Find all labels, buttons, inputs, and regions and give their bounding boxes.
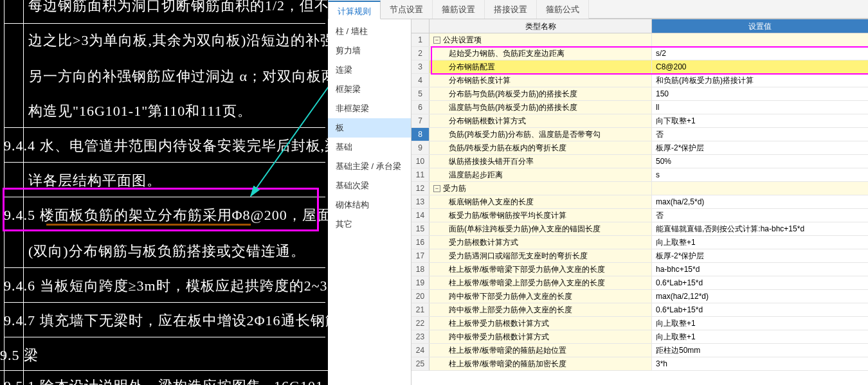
grid-data-row[interactable]: 7分布钢筋根数计算方式向下取整+1 xyxy=(411,114,868,128)
row-number: 6 xyxy=(411,101,429,114)
category-sidebar: 柱 / 墙柱剪力墙连梁框架梁非框架梁板基础基础主梁 / 承台梁基础次梁砌体结构其… xyxy=(328,19,411,385)
group-label: 受力筋 xyxy=(443,182,466,195)
row-name-cell: 受力筋根数计算方式 xyxy=(429,236,652,249)
row-number: 4 xyxy=(411,74,429,87)
grid-data-row[interactable]: 21跨中板带上部受力筋伸入支座的长度0.6*Lab+15*d xyxy=(411,303,868,317)
row-value-cell[interactable]: 向上取整+1 xyxy=(652,330,868,343)
collapse-toggle-icon[interactable]: − xyxy=(433,185,440,192)
row-name-cell: 纵筋搭接接头错开百分率 xyxy=(429,155,652,168)
sidebar-item-slab[interactable]: 板 xyxy=(328,118,411,138)
grid-data-row[interactable]: 23跨中板带受力筋根数计算方式向上取整+1 xyxy=(411,330,868,344)
grid-data-row[interactable]: 8负筋(跨板受力筋)分布筋、温度筋是否带弯勾否 xyxy=(411,128,868,141)
tab-calc[interactable]: 计算规则 xyxy=(328,1,381,19)
row-number: 3 xyxy=(411,60,429,73)
sidebar-item-sw[interactable]: 剪力墙 xyxy=(328,41,411,60)
collapse-toggle-icon[interactable]: − xyxy=(433,37,440,44)
sidebar-item-fb[interactable]: 框架梁 xyxy=(328,80,411,99)
row-value-cell xyxy=(652,33,868,46)
row-name-cell: 柱上板带/板带暗梁的箍筋加密长度 xyxy=(429,357,652,370)
row-value-cell[interactable]: max(ha/2,5*d) xyxy=(652,195,868,208)
row-value-cell[interactable]: s xyxy=(652,168,868,181)
row-value-cell[interactable]: 向下取整+1 xyxy=(652,114,868,127)
row-value-cell[interactable]: 0.6*Lab+15*d xyxy=(652,303,868,316)
grid-data-row[interactable]: 11温度筋起步距离s xyxy=(411,168,868,182)
sidebar-item-fnd[interactable]: 基础 xyxy=(328,138,411,157)
grid-data-row[interactable]: 24柱上板带/板带暗梁的箍筋起始位置距柱边50mm xyxy=(411,344,868,357)
row-number: 16 xyxy=(411,236,429,249)
grid-data-row[interactable]: 9负筋/跨板受力筋在板内的弯折长度板厚-2*保护层 xyxy=(411,141,868,155)
row-value-cell[interactable]: 板厚-2*保护层 xyxy=(652,249,868,262)
grid-data-row[interactable]: 19柱上板带/板带暗梁上部受力筋伸入支座的长度0.6*Lab+15*d xyxy=(411,276,868,290)
grid-data-row[interactable]: 2起始受力钢筋、负筋距支座边距离s/2 xyxy=(411,47,868,60)
sidebar-item-cb[interactable]: 连梁 xyxy=(328,60,411,80)
row-value-cell[interactable]: 和负筋(跨板受力筋)搭接计算 xyxy=(652,74,868,87)
row-name-cell: 分布钢筋根数计算方式 xyxy=(429,114,652,127)
row-value-cell[interactable]: 距柱边50mm xyxy=(652,344,868,357)
grid-data-row[interactable]: 4分布钢筋长度计算和负筋(跨板受力筋)搭接计算 xyxy=(411,74,868,87)
sidebar-item-gb[interactable]: 基础主梁 / 承台梁 xyxy=(328,157,411,176)
cad-text-line: 另一方向的补强钢筋应伸过洞边 α；对双向板两方向的补强钢筋 xyxy=(28,67,328,86)
row-value-cell[interactable]: 板厚-2*保护层 xyxy=(652,141,868,154)
cad-text-line: 构造见"16G101-1"第110和111页。 xyxy=(28,102,252,121)
row-number: 8 xyxy=(411,128,429,141)
row-value-cell[interactable]: 否 xyxy=(652,128,868,141)
row-value-cell[interactable]: 50% xyxy=(652,155,868,168)
cad-text-line: 9.4.7 填充墙下无梁时，应在板中增设2Φ16通长钢筋(置于板底) xyxy=(4,311,328,330)
row-value-cell[interactable]: C8@200 xyxy=(652,60,868,73)
row-value-cell[interactable]: s/2 xyxy=(652,47,868,60)
grid-header: 类型名称 设置值 xyxy=(411,19,868,33)
svg-line-0 xyxy=(251,69,328,196)
sidebar-item-mas[interactable]: 砌体结构 xyxy=(328,195,411,215)
tab-form[interactable]: 箍筋公式 xyxy=(537,0,589,19)
row-value-cell[interactable]: ll xyxy=(652,101,868,114)
grid-data-row[interactable]: 15面筋(单标注跨板受力筋)伸入支座的锚固长度能直锚就直锚,否则按公式计算:ha… xyxy=(411,222,868,236)
grid-data-row[interactable]: 17受力筋遇洞口或端部无支座时的弯折长度板厚-2*保护层 xyxy=(411,249,868,263)
tab-node[interactable]: 节点设置 xyxy=(381,0,433,19)
row-value-cell[interactable]: 否 xyxy=(652,209,868,222)
row-value-cell[interactable]: 向上取整+1 xyxy=(652,236,868,249)
grid-data-row[interactable]: 13板底钢筋伸入支座的长度max(ha/2,5*d) xyxy=(411,195,868,209)
grid-group-row[interactable]: 1−公共设置项 xyxy=(411,33,868,47)
grid-data-row[interactable]: 20跨中板带下部受力筋伸入支座的长度max(ha/2,12*d) xyxy=(411,290,868,303)
grid-data-row[interactable]: 22柱上板带受力筋根数计算方式向上取整+1 xyxy=(411,317,868,330)
row-value-cell[interactable]: 150 xyxy=(652,87,868,100)
row-name-cell: 板底钢筋伸入支座的长度 xyxy=(429,195,652,208)
sidebar-item-nfb[interactable]: 非框架梁 xyxy=(328,99,411,118)
sidebar-item-col[interactable]: 柱 / 墙柱 xyxy=(328,22,411,41)
row-name-cell: −受力筋 xyxy=(429,182,652,195)
tab-lap[interactable]: 搭接设置 xyxy=(485,0,537,19)
row-name-cell: 跨中板带受力筋根数计算方式 xyxy=(429,330,652,343)
grid-data-row[interactable]: 6温度筋与负筋(跨板受力筋)的搭接长度ll xyxy=(411,101,868,114)
sidebar-item-gb2[interactable]: 基础次梁 xyxy=(328,176,411,195)
row-value-cell[interactable]: 3*h xyxy=(652,357,868,370)
row-value-cell[interactable]: 能直锚就直锚,否则按公式计算:ha-bhc+15*d xyxy=(652,222,868,235)
grid-data-row[interactable]: 16受力筋根数计算方式向上取整+1 xyxy=(411,236,868,249)
row-value-cell[interactable]: max(ha/2,12*d) xyxy=(652,290,868,303)
grid-data-row[interactable]: 25柱上板带/板带暗梁的箍筋加密长度3*h xyxy=(411,357,868,371)
cad-text-line: 9.4.6 当板短向跨度≥3m时，模板应起拱跨度的2~3‰。 xyxy=(4,276,328,296)
grid-data-row[interactable]: 5分布筋与负筋(跨板受力筋)的搭接长度150 xyxy=(411,87,868,101)
row-name-cell: 分布筋与负筋(跨板受力筋)的搭接长度 xyxy=(429,87,652,100)
row-number: 18 xyxy=(411,263,429,276)
cad-text-line: 9.4.4 水、电管道井范围内待设备安装完毕后封板,梁(墙)中预留 xyxy=(4,136,328,156)
row-number: 2 xyxy=(411,47,429,60)
row-value-cell[interactable]: 向上取整+1 xyxy=(652,317,868,330)
row-name-cell: −公共设置项 xyxy=(429,33,652,46)
row-value-cell[interactable]: 0.6*Lab+15*d xyxy=(652,276,868,289)
row-number: 15 xyxy=(411,222,429,235)
row-value-cell[interactable]: ha-bhc+15*d xyxy=(652,263,868,276)
grid-group-row[interactable]: 12−受力筋 xyxy=(411,182,868,195)
row-name-cell: 柱上板带受力筋根数计算方式 xyxy=(429,317,652,330)
grid-data-row[interactable]: 3分布钢筋配置C8@200 xyxy=(411,60,868,74)
grid-data-row[interactable]: 10纵筋搭接接头错开百分率50% xyxy=(411,155,868,168)
row-number: 12 xyxy=(411,182,429,195)
grid-data-row[interactable]: 18柱上板带/板带暗梁下部受力筋伸入支座的长度ha-bhc+15*d xyxy=(411,263,868,276)
row-name-cell: 板受力筋/板带钢筋按平均长度计算 xyxy=(429,209,652,222)
row-number: 7 xyxy=(411,114,429,127)
row-number: 5 xyxy=(411,87,429,100)
settings-panel: 计算规则节点设置箍筋设置搭接设置箍筋公式 柱 / 墙柱剪力墙连梁框架梁非框架梁板… xyxy=(328,0,868,385)
tab-stir[interactable]: 箍筋设置 xyxy=(433,0,485,19)
grid-data-row[interactable]: 14板受力筋/板带钢筋按平均长度计算否 xyxy=(411,209,868,222)
row-number: 14 xyxy=(411,209,429,222)
sidebar-item-oth[interactable]: 其它 xyxy=(328,215,411,234)
